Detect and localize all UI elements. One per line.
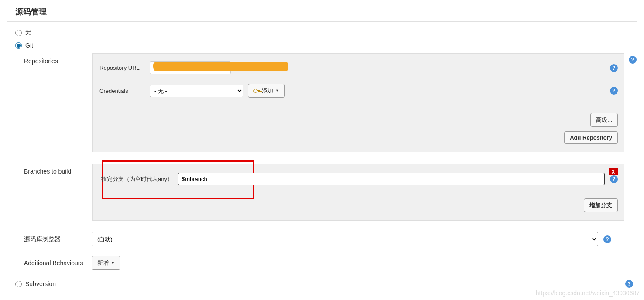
credentials-label: Credentials	[99, 88, 150, 94]
advanced-button[interactable]: 高级...	[590, 113, 618, 127]
add-branch-button[interactable]: 增加分支	[584, 198, 618, 212]
radio-git-label[interactable]: Git	[25, 42, 33, 49]
help-icon[interactable]: ?	[629, 56, 637, 64]
help-icon[interactable]: ?	[603, 235, 611, 243]
repo-browser-label: 源码库浏览器	[24, 235, 92, 243]
caret-down-icon: ▼	[275, 89, 279, 93]
caret-down-icon: ▼	[111, 261, 115, 265]
add-behaviour-label: 新增	[97, 259, 109, 267]
section-title: 源码管理	[7, 0, 637, 22]
delete-branch-button[interactable]: X	[609, 168, 618, 175]
add-credentials-button[interactable]: 添加 ▼	[248, 84, 285, 98]
help-icon[interactable]: ?	[610, 175, 618, 183]
radio-subversion[interactable]	[15, 281, 22, 287]
repository-url-label: Repository URL	[99, 65, 150, 71]
add-repository-button[interactable]: Add Repository	[564, 131, 618, 144]
repo-browser-select[interactable]: (自动)	[92, 232, 598, 246]
repository-url-input[interactable]	[150, 61, 231, 74]
help-icon[interactable]: ?	[610, 87, 618, 95]
branches-label: Branches to build	[24, 164, 92, 175]
help-icon[interactable]: ?	[625, 280, 633, 288]
radio-none[interactable]	[15, 30, 22, 36]
radio-git[interactable]	[15, 42, 22, 49]
repositories-panel: ? Repository URL ? Credentials - 无 -	[92, 53, 624, 152]
key-icon	[253, 88, 260, 94]
branches-panel: X 指定分支（为空时代表any） ? 增加分支	[92, 164, 624, 221]
credentials-select[interactable]: - 无 -	[150, 85, 243, 97]
add-behaviour-button[interactable]: 新增 ▼	[92, 256, 120, 270]
add-credentials-label: 添加	[262, 87, 273, 95]
additional-behaviours-label: Additional Behaviours	[24, 259, 92, 266]
repositories-label: Repositories	[24, 53, 92, 65]
radio-subversion-label[interactable]: Subversion	[25, 280, 56, 287]
radio-none-label[interactable]: 无	[25, 29, 31, 37]
branch-specifier-label: 指定分支（为空时代表any）	[99, 175, 178, 183]
help-icon[interactable]: ?	[610, 64, 618, 72]
branch-specifier-input[interactable]	[178, 173, 605, 185]
